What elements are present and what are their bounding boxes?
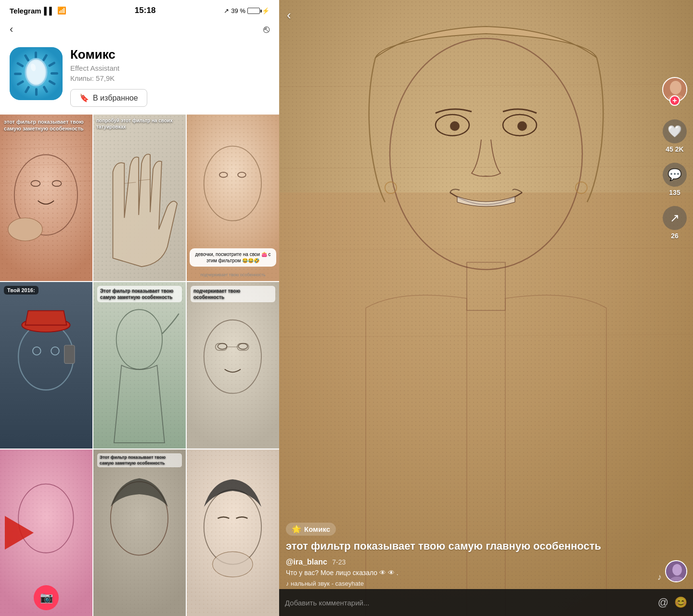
heart-icon: 🤍 (667, 125, 682, 138)
grid-item-1-text: этот фильтр показывает твою самую заметн… (4, 118, 89, 132)
grid-item-8-text: Этот фильтр показывает твою самую заметн… (97, 453, 182, 467)
svg-rect-66 (187, 449, 279, 616)
grid-item-3[interactable]: девочки, посмотрите на свои 👛 с этим фил… (187, 115, 279, 281)
app-author: Effect Assistant (70, 64, 270, 72)
svg-rect-4 (35, 88, 38, 96)
app-clips: Клипы: 57,9K (70, 74, 270, 82)
battery-percent: 39 % (231, 7, 245, 14)
right-panel: ‹ + 🤍 45 2K 💬 135 (279, 0, 693, 616)
filter-name: Комикс (304, 525, 330, 533)
share-action[interactable]: ↗ 26 (663, 206, 687, 240)
app-icon (10, 47, 63, 100)
video-music[interactable]: ♪ нальный звук - caseyhate (286, 580, 659, 587)
svg-rect-1 (51, 72, 58, 75)
favorite-button[interactable]: 🔖 В избранное (70, 89, 147, 107)
video-info: 🌟 Комикс этот фильтр показывает твою сам… (286, 523, 659, 587)
grid-item-4[interactable]: Твой 2016: (0, 282, 92, 449)
charge-icon: ⚡ (262, 7, 270, 14)
like-count: 45 2K (666, 145, 683, 153)
svg-point-77 (517, 121, 527, 131)
share-button[interactable]: ⎋ (263, 23, 270, 36)
svg-point-86 (670, 81, 681, 94)
video-title: этот фильтр показывает твою самую главну… (286, 539, 659, 553)
app-name: Комикс (70, 47, 270, 62)
nav-bar: ‹ ⎋ (0, 19, 279, 41)
grid-item-4-label: Твой 2016: (4, 286, 38, 295)
grid-item-8-visual (93, 449, 186, 616)
comment-input-placeholder[interactable]: Добавить комментарий... (285, 599, 653, 607)
mention-icon[interactable]: @ (658, 596, 668, 609)
share-icon: ↗ (670, 211, 680, 225)
right-actions: + 🤍 45 2K 💬 135 ↗ 26 (662, 77, 687, 240)
share-count: 26 (671, 232, 679, 240)
share-button[interactable]: ↗ (663, 206, 687, 230)
like-action[interactable]: 🤍 45 2K (663, 119, 687, 153)
app-details: Комикс Effect Assistant Клипы: 57,9K 🔖 В… (70, 47, 270, 107)
emoji-icon[interactable]: 😊 (674, 596, 687, 609)
grid-item-2-text: попробуй этот фильтр на своих татуировка… (96, 117, 182, 130)
comment-count: 135 (669, 189, 680, 196)
bookmark-icon: 🔖 (79, 93, 89, 103)
back-button[interactable]: ‹ (10, 23, 13, 36)
grid-item-7[interactable]: 📷 (0, 449, 92, 616)
camera-icon: 📷 (40, 591, 53, 604)
svg-rect-45 (93, 282, 186, 449)
video-description: Что у вас? Мое лицо сказало 👁 👁 . (286, 568, 659, 578)
svg-point-14 (27, 61, 45, 84)
grid-item-2-visual (93, 115, 186, 281)
video-back-button[interactable]: ‹ (287, 8, 291, 23)
comment-icon: 💬 (667, 168, 682, 181)
comment-icons: @ 😊 (658, 596, 687, 609)
grid-item-6-visual (187, 282, 279, 449)
carrier-name: Telegram (10, 7, 41, 15)
grid-item-1[interactable]: этот фильтр показывает твою самую заметн… (0, 115, 92, 281)
comment-action[interactable]: 💬 135 (663, 163, 687, 196)
grid-item-9[interactable] (187, 449, 279, 616)
comment-button[interactable]: 💬 (663, 163, 687, 187)
grid-item-3-sub: подчеркивает твою особенность (187, 272, 279, 277)
status-right: ↗ 39 % ⚡ (224, 7, 270, 14)
wifi-icon: 📶 (57, 6, 66, 15)
like-button[interactable]: 🤍 (663, 119, 687, 143)
video-grid: этот фильтр показывает твою самую заметн… (0, 115, 279, 616)
svg-rect-37 (0, 282, 92, 449)
svg-rect-21 (0, 115, 92, 281)
status-time: 15:18 (135, 6, 155, 15)
svg-rect-7 (14, 73, 22, 75)
status-bar: Telegram ▌▌ 📶 15:18 ↗ 39 % ⚡ (0, 0, 279, 19)
floating-avatar[interactable] (665, 560, 687, 582)
video-user-info: @ira_blanc 7-23 (286, 558, 659, 566)
svg-rect-42 (64, 345, 75, 363)
filter-tag[interactable]: 🌟 Комикс (286, 523, 336, 536)
comment-bar: Добавить комментарий... @ 😊 (279, 589, 693, 616)
timestamp: 7-23 (332, 558, 346, 566)
filter-emoji: 🌟 (292, 525, 301, 534)
grid-item-5[interactable]: Этот фильтр показывает твою самую заметн… (93, 282, 186, 449)
svg-point-89 (672, 564, 682, 576)
svg-rect-62 (93, 449, 186, 616)
record-button[interactable]: 📷 (34, 585, 59, 610)
creator-avatar-container: + (662, 77, 687, 102)
username[interactable]: @ira_blanc (286, 558, 327, 566)
follow-button[interactable]: + (669, 95, 680, 106)
grid-item-6-text: подчеркивает твою особенность (191, 286, 275, 302)
app-info: Комикс Effect Assistant Клипы: 57,9K 🔖 В… (0, 41, 279, 115)
signal-icon: ▌▌ (44, 7, 54, 15)
svg-point-25 (8, 218, 43, 241)
battery-icon (247, 8, 260, 14)
svg-rect-49 (187, 282, 279, 449)
grid-item-3-bubble: девочки, посмотрите на свои 👛 с этим фил… (190, 248, 276, 267)
grid-item-4-visual (0, 282, 92, 449)
play-arrow-icon (5, 516, 34, 550)
svg-point-68 (213, 552, 253, 577)
left-panel: Telegram ▌▌ 📶 15:18 ↗ 39 % ⚡ ‹ ⎋ (0, 0, 279, 616)
music-note-icon: ♪ (657, 572, 662, 582)
grid-item-5-visual (93, 282, 186, 449)
grid-item-2[interactable]: попробуй этот фильтр на своих татуировка… (93, 115, 186, 281)
grid-item-8[interactable]: Этот фильтр показывает твою самую заметн… (93, 449, 186, 616)
svg-point-76 (450, 121, 460, 131)
grid-item-6[interactable]: подчеркивает твою особенность (187, 282, 279, 449)
grid-item-5-text: Этот фильтр показывает твою самую заметн… (97, 286, 182, 302)
grid-item-1-visual (0, 115, 92, 281)
app-icon-rays-svg (10, 47, 63, 100)
